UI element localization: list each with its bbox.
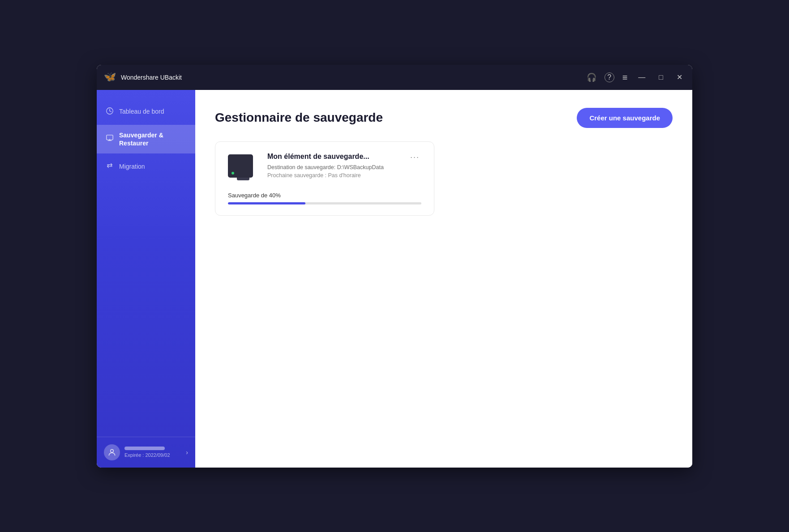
- drive-icon: [228, 153, 258, 183]
- content-header: Gestionnaire de sauvegarde Créer une sau…: [215, 108, 673, 128]
- dashboard-label: Tableau de bord: [119, 107, 164, 115]
- progress-bar-background: [228, 202, 421, 204]
- app-window: 🦋 Wondershare UBackit 🎧 ? ≡ — □ ✕: [97, 65, 692, 468]
- more-options-icon[interactable]: ···: [408, 153, 421, 162]
- svg-point-2: [111, 449, 114, 452]
- titlebar-left: 🦋 Wondershare UBackit: [104, 71, 182, 84]
- sidebar-footer[interactable]: Expirée : 2022/09/02 ›: [97, 437, 195, 468]
- user-info: Expirée : 2022/09/02: [124, 447, 181, 458]
- sidebar-item-backup-restore[interactable]: Sauvegarder &Restaurer: [97, 125, 195, 153]
- backup-card: Mon élément de sauvegarde... ··· Destina…: [215, 141, 434, 216]
- sidebar-nav: Tableau de bord Sauvegarder &Restaurer: [97, 90, 195, 437]
- app-logo-icon: 🦋: [104, 71, 116, 84]
- menu-icon[interactable]: ≡: [622, 73, 628, 82]
- dashboard-icon: [106, 107, 114, 117]
- footer-chevron-icon: ›: [186, 449, 188, 456]
- help-icon[interactable]: ?: [605, 72, 614, 82]
- migration-label: Migration: [119, 162, 145, 170]
- sidebar-item-migration[interactable]: Migration: [97, 155, 195, 178]
- create-backup-button[interactable]: Créer une sauvegarde: [577, 108, 673, 128]
- titlebar-controls: 🎧 ? ≡ — □ ✕: [587, 72, 685, 82]
- drive-indicator: [232, 172, 234, 174]
- drive-connector: [237, 178, 249, 180]
- close-button[interactable]: ✕: [674, 72, 685, 82]
- card-top: Mon élément de sauvegarde... ··· Destina…: [228, 153, 421, 183]
- app-title: Wondershare UBackit: [121, 74, 182, 81]
- sidebar-item-dashboard[interactable]: Tableau de bord: [97, 101, 195, 123]
- sidebar: Tableau de bord Sauvegarder &Restaurer: [97, 90, 195, 468]
- headset-icon[interactable]: 🎧: [587, 73, 596, 81]
- titlebar: 🦋 Wondershare UBackit 🎧 ? ≡ — □ ✕: [97, 65, 692, 90]
- user-name-bar: [124, 447, 165, 450]
- progress-label: Sauvegarde de 40%: [228, 192, 421, 199]
- user-expiry: Expirée : 2022/09/02: [124, 452, 181, 458]
- avatar: [104, 444, 120, 460]
- migration-icon: [106, 162, 114, 171]
- maximize-button[interactable]: □: [656, 72, 666, 82]
- content-area: Gestionnaire de sauvegarde Créer une sau…: [195, 90, 692, 468]
- card-header-row: Mon élément de sauvegarde... ···: [267, 153, 421, 164]
- progress-bar-fill: [228, 202, 305, 204]
- drive-body: [228, 154, 253, 178]
- backup-restore-icon: [106, 134, 114, 144]
- main-content: Tableau de bord Sauvegarder &Restaurer: [97, 90, 692, 468]
- backup-destination: Destination de sauvegarde: D:\WSBackupDa…: [267, 164, 421, 170]
- backup-restore-label: Sauvegarder &Restaurer: [119, 131, 163, 147]
- backup-schedule: Prochaine sauvegarde : Pas d'horaire: [267, 172, 421, 179]
- page-title: Gestionnaire de sauvegarde: [215, 111, 383, 125]
- minimize-button[interactable]: —: [635, 72, 648, 82]
- progress-section: Sauvegarde de 40%: [228, 192, 421, 204]
- backup-name: Mon élément de sauvegarde...: [267, 153, 369, 161]
- card-info: Mon élément de sauvegarde... ··· Destina…: [267, 153, 421, 179]
